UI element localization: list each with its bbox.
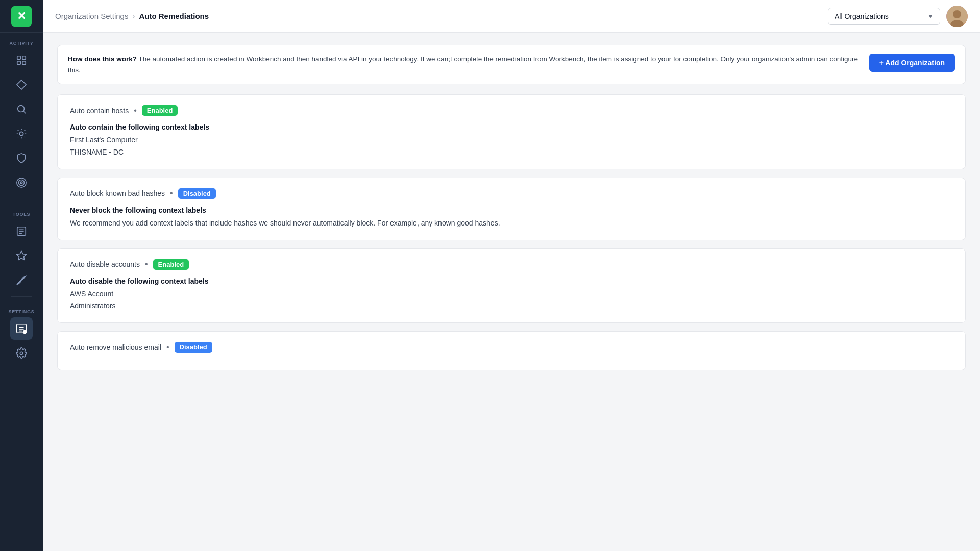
card-auto-disable-accounts: Auto disable accounts • Enabled Auto dis… (57, 248, 966, 323)
sidebar-item-org-settings[interactable] (10, 317, 33, 340)
svg-line-6 (23, 111, 26, 113)
diamond-icon (16, 79, 27, 90)
sidebar-item-star[interactable] (10, 244, 33, 267)
search-icon (16, 104, 27, 115)
sidebar: ✕ ACTIVITY TOOLS SETTINGS (0, 0, 43, 551)
card-title-auto-block-hashes: Auto block known bad hashes (70, 189, 165, 197)
sidebar-item-dashboard[interactable] (10, 49, 33, 71)
info-banner-text: How does this work? The automated action… (68, 54, 859, 76)
svg-point-7 (19, 132, 23, 135)
sidebar-item-target[interactable] (10, 171, 33, 194)
dashboard-icon (16, 55, 27, 66)
checklist-icon (16, 226, 27, 237)
card-body-line: AWS Account (70, 288, 953, 300)
sidebar-item-gear[interactable] (10, 342, 33, 364)
svg-point-16 (17, 178, 26, 187)
sun-icon (16, 128, 27, 139)
card-title-auto-disable-accounts: Auto disable accounts (70, 260, 140, 268)
sidebar-item-checklist[interactable] (10, 220, 33, 242)
avatar[interactable] (946, 6, 968, 27)
info-banner-bold: How does this work? (68, 55, 137, 63)
star-icon (16, 250, 27, 261)
chevron-down-icon: ▼ (927, 13, 934, 20)
card-body-line: THISNAME - DC (70, 146, 953, 159)
status-badge-auto-contain-hosts[interactable]: Enabled (142, 105, 178, 116)
topbar-right: All Organizations ▼ (828, 6, 968, 27)
avatar-svg (946, 6, 968, 27)
svg-line-14 (18, 137, 18, 137)
add-organization-button[interactable]: + Add Organization (869, 54, 955, 72)
breadcrumb: Organization Settings › Auto Remediation… (55, 12, 828, 20)
card-header-auto-remove-email: Auto remove malicious email • Disabled (70, 342, 953, 353)
sidebar-item-leaf[interactable] (10, 269, 33, 291)
card-title-auto-contain-hosts: Auto contain hosts (70, 107, 129, 115)
main-area: Organization Settings › Auto Remediation… (43, 0, 980, 551)
info-banner: How does this work? The automated action… (57, 45, 966, 84)
svg-point-5 (18, 106, 24, 112)
card-auto-block-hashes: Auto block known bad hashes • Disabled N… (57, 178, 966, 240)
org-dropdown-label: All Organizations (835, 12, 889, 20)
logo-x-letter: ✕ (17, 11, 26, 22)
breadcrumb-sep: › (132, 12, 135, 20)
card-body-line: Administrators (70, 300, 953, 312)
svg-rect-1 (22, 56, 26, 59)
card-dot-auto-disable-accounts: • (145, 260, 148, 269)
logo-icon[interactable]: ✕ (11, 6, 32, 27)
status-badge-auto-remove-email[interactable]: Disabled (175, 342, 212, 353)
target-icon (16, 177, 27, 188)
card-auto-contain-hosts: Auto contain hosts • Enabled Auto contai… (57, 94, 966, 169)
card-subtitle-auto-block-hashes: Never block the following context labels (70, 206, 953, 214)
sidebar-item-sun[interactable] (10, 122, 33, 145)
svg-marker-23 (17, 251, 26, 260)
card-dot-auto-block-hashes: • (170, 189, 173, 198)
org-dropdown[interactable]: All Organizations ▼ (828, 8, 940, 25)
sidebar-divider-2 (11, 296, 32, 297)
org-settings-icon (16, 323, 27, 334)
svg-rect-3 (22, 61, 26, 64)
status-badge-auto-disable-accounts[interactable]: Enabled (153, 259, 189, 270)
svg-point-32 (953, 10, 961, 18)
card-body-line: We recommend you add context labels that… (70, 217, 953, 230)
sidebar-item-shield[interactable] (10, 147, 33, 169)
breadcrumb-parent: Organization Settings (55, 12, 128, 20)
leaf-icon (16, 274, 27, 286)
cards-container: Auto contain hosts • Enabled Auto contai… (57, 94, 966, 370)
svg-line-10 (18, 130, 18, 131)
card-body-auto-block-hashes: We recommend you add context labels that… (70, 217, 953, 230)
shield-icon (16, 153, 27, 164)
svg-line-15 (24, 130, 25, 131)
card-subtitle-auto-contain-hosts: Auto contain the following context label… (70, 123, 953, 131)
status-badge-auto-block-hashes[interactable]: Disabled (178, 188, 216, 199)
card-header-auto-disable-accounts: Auto disable accounts • Enabled (70, 259, 953, 270)
content-area: How does this work? The automated action… (43, 33, 980, 551)
svg-rect-19 (17, 227, 26, 236)
card-subtitle-auto-disable-accounts: Auto disable the following context label… (70, 277, 953, 285)
info-banner-body: The automated action is created in Workb… (68, 55, 858, 74)
topbar: Organization Settings › Auto Remediation… (43, 0, 980, 33)
svg-marker-4 (17, 80, 26, 89)
svg-rect-2 (17, 61, 20, 64)
gear-icon (16, 347, 27, 359)
svg-point-30 (20, 352, 23, 355)
card-body-line: First Last's Computer (70, 134, 953, 146)
card-dot-auto-contain-hosts: • (134, 106, 137, 115)
card-title-auto-remove-email: Auto remove malicious email (70, 343, 161, 352)
sidebar-logo: ✕ (0, 0, 43, 33)
card-body-auto-disable-accounts: AWS AccountAdministrators (70, 288, 953, 313)
sidebar-item-diamond[interactable] (10, 73, 33, 96)
svg-point-29 (23, 330, 27, 334)
breadcrumb-current: Auto Remediations (139, 12, 209, 20)
sidebar-item-search[interactable] (10, 98, 33, 120)
svg-point-17 (19, 180, 24, 186)
svg-point-18 (20, 182, 22, 184)
card-auto-remove-email: Auto remove malicious email • Disabled (57, 331, 966, 370)
settings-section-label: SETTINGS (0, 309, 43, 314)
sidebar-divider-1 (11, 199, 32, 199)
card-dot-auto-remove-email: • (166, 343, 169, 352)
card-header-auto-contain-hosts: Auto contain hosts • Enabled (70, 105, 953, 116)
card-body-auto-contain-hosts: First Last's ComputerTHISNAME - DC (70, 134, 953, 159)
avatar-image (946, 6, 968, 27)
svg-rect-0 (17, 56, 20, 59)
svg-line-11 (24, 137, 25, 137)
card-header-auto-block-hashes: Auto block known bad hashes • Disabled (70, 188, 953, 199)
